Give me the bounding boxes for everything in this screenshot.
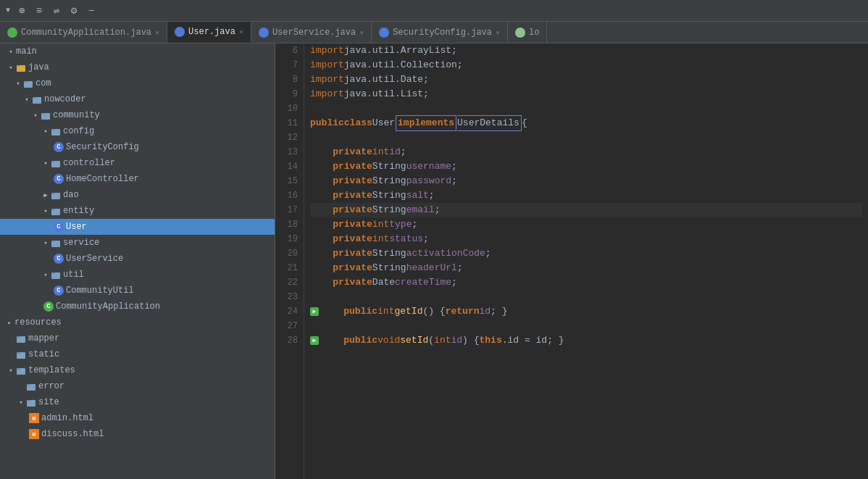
tree-util[interactable]: ▾ util [0,267,275,283]
tab-label-community-app: CommunityApplication.java [21,28,151,38]
toolbar: ▼ ⊕ ≡ ⇌ ⚙ − [0,0,868,22]
tree-label-service: service [63,238,99,248]
svg-rect-27 [27,384,30,386]
token: public [310,116,344,130]
tab-close-security-config[interactable]: ✕ [496,28,500,37]
html-icon-admin: H [29,413,39,423]
class-icon-user-service: C [54,254,64,264]
token: ; [429,188,435,203]
arrow-main: ▾ [6,48,16,56]
toolbar-icon-dropdown[interactable]: ▼ [6,7,10,14]
tree-label-mapper: mapper [28,333,59,343]
toolbar-icon-arrows[interactable]: ⇌ [51,5,62,17]
tree-label-site: site [38,397,59,407]
tree-config[interactable]: ▾ config [0,123,275,139]
tree-home-controller[interactable]: C HomeController [0,171,275,187]
arrow-util: ▾ [41,271,51,279]
token: import [310,72,344,87]
gutter-icon-24: ▶ [310,307,319,316]
ln-9: 9 [281,87,298,101]
token: private [333,246,372,261]
token: ) { [462,333,479,348]
section-resources[interactable]: ▸ resources [0,315,275,330]
token: java.util.ArrayList [344,43,451,58]
section-main[interactable]: ▾ main [0,43,275,59]
tree-label-error: error [38,381,64,391]
token: email [406,203,435,217]
svg-rect-1 [17,65,20,67]
svg-rect-17 [51,241,55,242]
tab-community-application[interactable]: CommunityApplication.java ✕ [0,22,167,43]
tab-icon-user [175,27,185,37]
class-icon-community-application: C [43,301,54,312]
tree-community-application[interactable]: C CommunityApplication [0,299,275,315]
svg-rect-21 [17,336,20,338]
tree-dao[interactable]: ▶ dao [0,187,275,203]
token: createTime [395,275,451,290]
tree-entity[interactable]: ▾ entity [0,203,275,219]
token: ; [457,261,463,275]
tree-admin-html[interactable]: H admin.html [0,410,275,426]
tab-label-security-config: SecurityConfig.java [393,28,492,38]
tree-java[interactable]: ▾ java [0,59,275,75]
token: Date [372,275,395,290]
tree-label-config: config [63,126,94,136]
tree-label-entity: entity [63,206,94,216]
tree-discuss-html[interactable]: H discuss.html [0,426,275,442]
tab-user-service[interactable]: UserService.java ✕ [251,22,372,43]
ln-18: 18 [281,217,298,232]
ln-16: 16 [281,188,298,203]
tree-community[interactable]: ▾ community [0,107,275,123]
tree-controller[interactable]: ▾ controller [0,155,275,171]
token: String [372,261,406,275]
token: ; [451,174,457,188]
token: return [446,304,480,319]
folder-icon-nowcoder [32,94,42,104]
tab-icon-security-config [379,28,389,38]
tree-mapper[interactable]: mapper [0,330,275,346]
token: int [434,333,451,348]
token [310,145,333,159]
tree-com[interactable]: ▾ com [0,75,275,91]
tree-security-config[interactable]: C SecurityConfig [0,139,275,155]
token: ; [451,275,457,290]
tree-user[interactable]: C User [0,219,275,235]
svg-rect-23 [17,352,20,354]
tab-user[interactable]: User.java ✕ [167,22,251,43]
tree-label-controller: controller [63,158,115,168]
toolbar-icon-minus[interactable]: − [85,5,97,17]
tree-label-dao: dao [63,190,79,200]
toolbar-icon-compass[interactable]: ⊕ [16,5,28,17]
tree-service[interactable]: ▾ service [0,235,275,251]
token [310,261,333,275]
token: id [451,333,462,348]
token: User [372,116,395,130]
tree-nowcoder[interactable]: ▾ nowcoder [0,91,275,107]
token: ; [423,72,429,87]
ln-24: 24 [281,304,298,319]
tab-close-user[interactable]: ✕ [239,28,243,36]
toolbar-icon-list[interactable]: ≡ [33,5,45,17]
code-lines[interactable]: import java.util.ArrayList; import java.… [304,43,868,479]
code-content: 6 7 8 9 10 11 12 13 14 15 16 17 18 19 20… [275,43,868,479]
token: ; [451,159,457,174]
tree-site[interactable]: ▾ site [0,394,275,410]
tree-community-util[interactable]: C CommunityUtil [0,283,275,299]
tree-user-service[interactable]: C UserService [0,251,275,267]
tab-lo[interactable]: lo [508,22,547,43]
tree-label-discuss-html: discuss.html [41,429,104,439]
svg-rect-29 [27,400,30,401]
tab-close-user-service[interactable]: ✕ [359,28,364,37]
tree-templates[interactable]: ▾ templates [0,362,275,378]
tab-security-config[interactable]: SecurityConfig.java ✕ [372,22,508,43]
tree-error[interactable]: error [0,378,275,394]
folder-icon-community [41,110,51,120]
toolbar-icon-gear[interactable]: ⚙ [68,5,80,17]
tree-static[interactable]: static [0,346,275,362]
arrow-dao: ▶ [41,191,51,199]
tab-close-community-app[interactable]: ✕ [155,28,159,37]
code-editor[interactable]: 6 7 8 9 10 11 12 13 14 15 16 17 18 19 20… [275,43,868,479]
class-icon-user: C [54,222,64,232]
token: private [333,261,372,275]
token: private [333,275,372,290]
